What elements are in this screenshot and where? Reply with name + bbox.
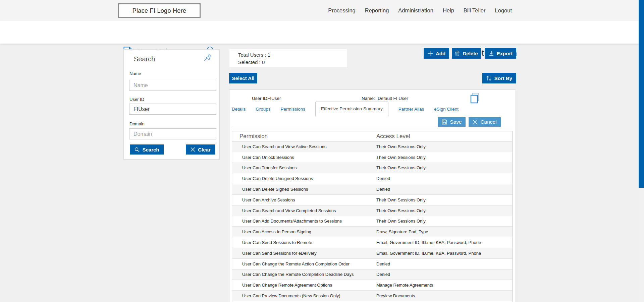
pin-icon[interactable] <box>203 53 212 62</box>
access-level-cell: Their Own Sessions Only <box>376 163 426 173</box>
cancel-x-icon <box>473 120 478 125</box>
clear-button-label: Clear <box>198 147 211 153</box>
total-users-label: Total Users : <box>238 52 266 58</box>
user-count-summary: Total Users : 1 Selected : 0 <box>229 49 347 68</box>
access-level-cell: Their Own Sessions Only <box>376 152 426 163</box>
permission-cell: User Can Delete Signed Sessions <box>242 184 308 194</box>
search-panel: Search Name User ID Domain Search Clear <box>123 49 220 160</box>
clear-button[interactable]: Clear <box>186 144 215 155</box>
nav-administration[interactable]: Administration <box>398 7 433 14</box>
clear-x-icon <box>191 147 195 152</box>
tab-permissions[interactable]: Permissions <box>281 107 306 112</box>
delete-button[interactable]: Delete <box>452 48 481 59</box>
nav-logout[interactable]: Logout <box>495 7 512 14</box>
column-permission: Permission <box>239 131 268 141</box>
access-level-cell: Preview Documents <box>376 291 415 301</box>
access-level-cell: Manage Remote Agreements <box>376 280 433 290</box>
permissions-table: Permission Access Level User Can Search … <box>232 131 513 302</box>
table-row: User Can Send Sessions for eDeliveryEmai… <box>232 248 512 259</box>
userid-row-label: User ID: <box>252 96 269 101</box>
table-row: User Can Search and View Active Sessions… <box>232 141 512 152</box>
vertical-scrollbar-track[interactable] <box>639 0 644 302</box>
top-bar: Place FI Logo Here ProcessingReportingAd… <box>0 0 644 21</box>
select-all-label: Select All <box>232 75 255 81</box>
table-row: User Can Add Documents/Attachments to Se… <box>232 216 512 227</box>
permission-cell: User Can Archive Sessions <box>242 195 295 205</box>
permission-cell: User Can Change Remote Agreement Options <box>242 280 332 290</box>
table-row: User Can Archive SessionsTheir Own Sessi… <box>232 195 512 205</box>
tab-effective-permission-summary[interactable]: Effective Permission Summary <box>315 102 388 116</box>
name-label: Name <box>129 71 141 76</box>
permissions-table-body: User Can Search and View Active Sessions… <box>232 141 512 301</box>
save-cancel-group: Save Cancel <box>438 117 501 127</box>
table-row: User Can Delete Unsigned SessionsDenied <box>232 173 512 184</box>
access-level-cell: Their Own Sessions Only <box>376 216 426 227</box>
export-button[interactable]: Export <box>485 48 516 59</box>
table-row: User Can Change the Remote Completion De… <box>232 269 512 280</box>
name-row-value: Default FI User <box>378 96 408 101</box>
total-users-value: 1 <box>268 52 270 58</box>
tab-groups[interactable]: Groups <box>256 107 270 112</box>
selected-label: Selected : <box>238 59 261 65</box>
permission-cell: User Can Send Sessions for eDelivery <box>242 248 317 258</box>
selected-value: 0 <box>262 59 265 65</box>
cancel-button[interactable]: Cancel <box>469 117 501 127</box>
table-row: User Can Send Sessions to RemoteEmail, G… <box>232 237 512 248</box>
save-button-label: Save <box>450 119 462 125</box>
permission-cell: User Can Access In Person Signing <box>242 227 311 237</box>
permission-cell: User Can Search and View Completed Sessi… <box>242 205 336 216</box>
access-level-cell: Denied <box>376 184 390 194</box>
vertical-scrollbar-thumb[interactable] <box>639 0 644 188</box>
plus-icon <box>427 51 433 56</box>
permission-cell: User Can Change the Remote Action Comple… <box>242 259 350 269</box>
page-header: User Maintenance i Kinective Sign <box>0 21 644 44</box>
table-row: User Can Transfer SessionsTheir Own Sess… <box>232 163 512 174</box>
selected-line: Selected : 0 <box>238 59 347 66</box>
export-button-label: Export <box>497 51 513 56</box>
search-domain-input[interactable] <box>129 128 216 139</box>
permissions-table-header: Permission Access Level <box>232 131 512 141</box>
sort-by-button[interactable]: Sort By <box>482 73 516 83</box>
nav-help[interactable]: Help <box>443 7 454 14</box>
fi-logo-placeholder: Place FI Logo Here <box>118 3 201 18</box>
search-button[interactable]: Search <box>130 144 164 155</box>
delete-button-label: Delete <box>463 51 478 56</box>
add-button[interactable]: Add <box>424 48 449 59</box>
tab-esign-client[interactable]: eSign Client <box>434 107 459 112</box>
tab-details[interactable]: Details <box>232 107 246 112</box>
table-row: User Can Delete Signed SessionsDenied <box>232 184 512 195</box>
permission-cell: User Can Change the Remote Completion De… <box>242 269 354 280</box>
access-level-cell: Denied <box>376 259 390 269</box>
top-navigation: ProcessingReportingAdministrationHelpBil… <box>328 0 512 21</box>
trash-icon <box>455 51 460 56</box>
access-level-cell: Draw, Signature Pad, Type <box>376 227 428 237</box>
add-button-label: Add <box>436 51 445 56</box>
tab-content-separator <box>232 127 513 127</box>
select-all-button[interactable]: Select All <box>229 73 257 83</box>
permission-cell: User Can Add Documents/Attachments to Se… <box>242 216 342 227</box>
userid-row-value: FIUser <box>267 96 281 101</box>
table-row: User Can Change Remote Agreement Options… <box>232 280 512 291</box>
access-level-cell: Their Own Sessions Only <box>376 141 426 152</box>
permission-cell: User Can Send Sessions to Remote <box>242 237 312 248</box>
search-button-label: Search <box>142 147 159 153</box>
search-panel-title: Search <box>134 55 155 63</box>
column-access-level: Access Level <box>376 131 410 141</box>
nav-bill-teller[interactable]: Bill Teller <box>464 7 486 14</box>
search-name-input[interactable] <box>129 80 216 91</box>
table-row: User Can Unlock SessionsTheir Own Sessio… <box>232 152 512 163</box>
access-level-cell: Email, Government ID, ID.me, KBA, Passwo… <box>376 237 481 248</box>
search-userid-input[interactable] <box>129 104 216 115</box>
table-row: User Can Search and View Completed Sessi… <box>232 205 512 216</box>
save-floppy-icon <box>442 119 447 125</box>
save-button[interactable]: Save <box>438 117 466 127</box>
copy-icon[interactable] <box>470 93 480 104</box>
table-row: User Can Preview Documents (New Session … <box>232 291 512 301</box>
access-level-cell: Their Own Sessions Only <box>376 205 426 216</box>
table-row: User Can Access In Person SigningDraw, S… <box>232 227 512 237</box>
nav-reporting[interactable]: Reporting <box>365 7 389 14</box>
userid-label: User ID <box>129 97 144 102</box>
nav-processing[interactable]: Processing <box>328 7 356 14</box>
sort-arrows-icon <box>486 75 492 81</box>
tab-partner-alias[interactable]: Partner Alias <box>398 107 424 112</box>
